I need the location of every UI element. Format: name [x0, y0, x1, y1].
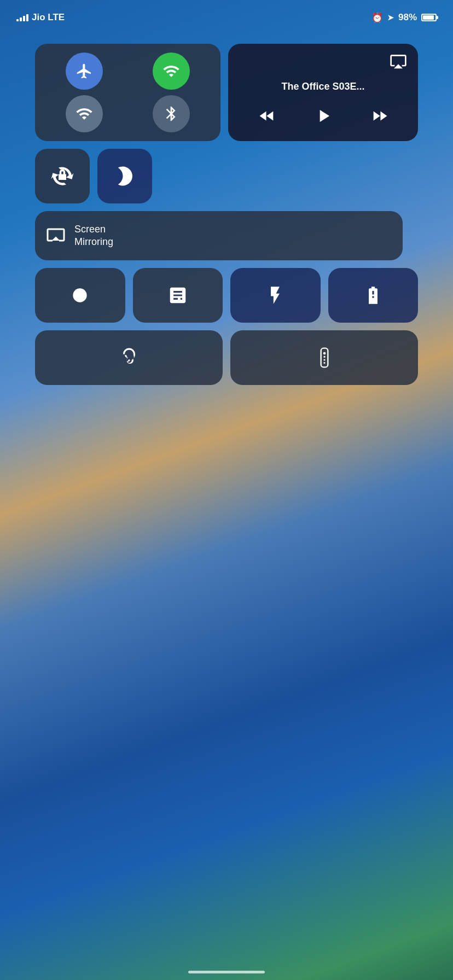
- screen-mirror-label: ScreenMirroring: [74, 223, 113, 249]
- screen-mirroring-button[interactable]: ScreenMirroring: [35, 211, 403, 260]
- battery-icon: [421, 14, 437, 21]
- airplane-mode-button[interactable]: [66, 52, 103, 90]
- appletv-remote-icon: [314, 347, 335, 368]
- airplane-icon: [76, 62, 93, 80]
- now-playing-title: The Office S03E...: [239, 77, 407, 97]
- hearing-icon: [119, 347, 140, 368]
- row-tools-1: [35, 268, 418, 323]
- wifi-button[interactable]: [66, 95, 103, 132]
- battery-percent: 98%: [398, 12, 417, 23]
- rotation-lock-button[interactable]: [35, 149, 90, 203]
- airplay-icon[interactable]: [390, 52, 407, 70]
- row-tools-2: [35, 330, 418, 385]
- signal-bars: [16, 14, 28, 21]
- do-not-disturb-button[interactable]: [97, 149, 152, 203]
- right-sliders: [410, 149, 418, 260]
- calculator-button[interactable]: [133, 268, 223, 323]
- status-bar: Jio LTE ⏰ ➤ 98%: [0, 0, 453, 27]
- cellular-icon: [162, 62, 180, 80]
- wifi-icon: [76, 105, 93, 122]
- svg-point-5: [323, 362, 325, 364]
- rotation-lock-icon: [51, 165, 74, 188]
- flashlight-button[interactable]: [230, 268, 321, 323]
- calculator-icon: [167, 285, 188, 306]
- row-connectivity-nowplaying: The Office S03E...: [35, 44, 418, 141]
- svg-point-2: [323, 352, 326, 355]
- cellular-data-button[interactable]: [153, 52, 190, 90]
- row-controls: ScreenMirroring: [35, 149, 418, 260]
- signal-bar-2: [20, 18, 22, 21]
- screen-record-icon: [69, 285, 90, 306]
- play-button[interactable]: [311, 103, 336, 130]
- battery-fill: [423, 15, 434, 20]
- now-playing-controls: [239, 103, 407, 132]
- fast-forward-button[interactable]: [368, 104, 391, 129]
- rewind-icon: [258, 107, 276, 125]
- status-left: Jio LTE: [16, 12, 65, 23]
- svg-point-3: [323, 356, 325, 358]
- screen-mirror-icon: [46, 226, 66, 246]
- signal-bar-1: [16, 19, 19, 21]
- fast-forward-icon: [370, 107, 389, 125]
- battery-widget-button[interactable]: [328, 268, 419, 323]
- svg-point-0: [73, 288, 87, 302]
- screen-record-button[interactable]: [35, 268, 125, 323]
- rewind-button[interactable]: [255, 104, 278, 129]
- status-right: ⏰ ➤ 98%: [371, 12, 437, 24]
- carrier-label: Jio LTE: [32, 12, 65, 23]
- svg-point-4: [323, 359, 325, 360]
- now-playing-header: [239, 52, 407, 70]
- hearing-button[interactable]: [35, 330, 223, 385]
- home-indicator: [188, 971, 265, 973]
- connectivity-widget: [35, 44, 220, 141]
- appletv-remote-button[interactable]: [230, 330, 418, 385]
- now-playing-widget: The Office S03E...: [228, 44, 418, 141]
- battery-container: [421, 14, 437, 21]
- alarm-icon: ⏰: [371, 12, 383, 24]
- control-center: The Office S03E...: [35, 44, 418, 385]
- signal-bar-3: [23, 16, 25, 21]
- rotation-dnd-row: [35, 149, 403, 203]
- signal-bar-4: [26, 14, 28, 21]
- battery-widget-icon: [363, 285, 384, 306]
- flashlight-icon: [265, 285, 286, 306]
- play-icon: [313, 106, 334, 126]
- location-icon: ➤: [387, 13, 394, 22]
- left-column: ScreenMirroring: [35, 149, 403, 260]
- bluetooth-button[interactable]: [153, 95, 190, 132]
- bluetooth-icon: [162, 105, 180, 122]
- moon-icon: [113, 165, 136, 188]
